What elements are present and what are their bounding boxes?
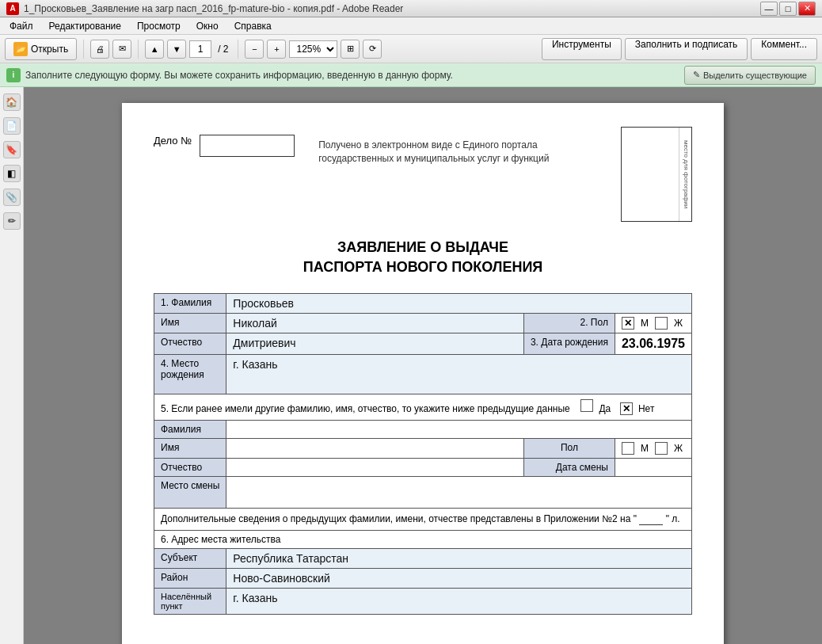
zoom-in-button[interactable]: + [267,40,286,59]
prev-otchestvo-value-cell [226,459,524,477]
close-button[interactable]: ✕ [798,2,816,16]
data-smeny-label: Дата смены [523,459,615,477]
rotate-button[interactable]: ⟳ [363,40,382,59]
prev-familiya-row: Фамилия [154,421,692,439]
data-rozhdeniya-value: 23.06.1975 [615,333,691,355]
delo-label: Дело № [154,135,192,147]
mesto-rozhdeniya-row: 4. Место рождения г. Казань [154,355,692,394]
mesto-smeny-value-cell [226,477,692,509]
toolbar-icon-print[interactable]: 🖨 [90,40,109,59]
info-text: Заполните следующую форму. Вы можете сох… [25,70,453,81]
form-table: 1. Фамилия Просковьев Имя Николай 2. Пол [154,293,692,615]
subekt-row: Субъект Республика Татарстан [154,549,692,569]
next-page-button[interactable]: ▼ [167,40,186,59]
form-title-line1: ЗАЯВЛЕНИЕ О ВЫДАЧЕ [154,238,692,257]
prev-pol-zh-label: Ж [674,443,683,454]
raion-label: Район [154,569,226,589]
highlight-button[interactable]: ✎ Выделить существующие [684,66,816,85]
pdf-viewer: Дело № Получено в электронном виде с Еди… [24,87,822,644]
info-icon: i [6,68,21,82]
prev-ima-value-cell [226,439,524,459]
prev-familiya-value-cell [226,421,692,439]
prev-pol-label: Пол [523,439,615,459]
dop-note-text: Дополнительные сведения о предыдущих фам… [161,513,637,524]
sidebar-icon-layers[interactable]: ◧ [3,165,21,182]
prev-name-note-row: 5. Если ранее имели другие фамилию, имя,… [154,394,692,421]
maximize-button[interactable]: □ [779,2,797,16]
prev-otchestvo-row: Отчество Дата смены [154,459,692,477]
otchestvo-value-cell: Дмитриевич [226,333,524,355]
dop-note-row: Дополнительные сведения о предыдущих фам… [154,509,692,531]
tools-button[interactable]: Инструменты [542,38,622,60]
fit-button[interactable]: ⊞ [341,40,360,59]
ima-label: Имя [154,314,226,333]
nas-punkt-row: Населённый пункт г. Казань [154,589,692,615]
fill-sign-button[interactable]: Заполнить и подписать [625,38,748,60]
mesto-rozhdeniya-label: 4. Место рождения [154,355,226,394]
prev-net-label: Нет [638,403,654,414]
familiya-label: 1. Фамилия [154,294,226,314]
sidebar-icon-home[interactable]: 🏠 [3,93,21,111]
familiya-row: 1. Фамилия Просковьев [154,294,692,314]
form-header: Дело № Получено в электронном виде с Еди… [154,127,692,222]
prev-name-note: 5. Если ранее имели другие фамилию, имя,… [161,403,570,414]
sidebar-icon-pages[interactable]: 📄 [3,117,21,135]
pol-zh-checkbox[interactable] [655,317,668,330]
app-icon: A [6,2,19,15]
prev-pol-m-checkbox[interactable] [622,442,634,455]
raion-value-cell: Ново-Савиновский [226,569,692,589]
mesto-smeny-row: Место смены [154,477,692,509]
prev-da-label: Да [599,403,611,414]
delo-section: Дело № Получено в электронном виде с Еди… [154,127,556,222]
menu-edit[interactable]: Редактирование [43,19,127,33]
pol-m-checkbox[interactable]: ✕ [622,317,634,330]
pdf-page: Дело № Получено в электронном виде с Еди… [122,103,724,644]
photo-box: место для фотографии [621,127,692,222]
subekt-value: Республика Татарстан [233,552,348,565]
comment-button[interactable]: Коммент... [751,38,817,60]
prev-pol-m-label: М [641,443,649,454]
pol-value-cell: ✕ М Ж [615,314,691,333]
highlight-icon: ✎ [693,70,700,80]
addr-header-row: 6. Адрес места жительства [154,531,692,549]
delo-input[interactable] [200,135,295,157]
title-bar: A 1_Просковьев_Заявление на загр пасп_20… [0,0,822,17]
page-number-input[interactable] [189,40,211,58]
toolbar: 📂 Открыть 🖨 ✉ ▲ ▼ / 2 − + 125% 100% 150%… [0,35,822,63]
addr-header-cell: 6. Адрес места жительства [154,531,692,549]
ima-value-cell: Николай [226,314,524,333]
open-folder-icon: 📂 [13,42,28,56]
toolbar-icon-email[interactable]: ✉ [112,40,131,59]
minimize-button[interactable]: — [760,2,778,16]
raion-value: Ново-Савиновский [233,572,330,585]
nas-punkt-label: Населённый пункт [154,589,226,615]
menu-window[interactable]: Окно [190,19,225,33]
sidebar-icon-attachments[interactable]: 📎 [3,189,21,206]
subekt-label: Субъект [154,549,226,569]
prev-ima-row: Имя Пол М Ж [154,439,692,459]
open-button[interactable]: 📂 Открыть [5,38,77,60]
mesto-rozhdeniya-value-cell: г. Казань [226,355,692,394]
form-title-line2: ПАСПОРТА НОВОГО ПОКОЛЕНИЯ [154,257,692,277]
prev-pol-zh-checkbox[interactable] [655,442,668,455]
prev-page-button[interactable]: ▲ [145,40,164,59]
menu-view[interactable]: Просмотр [131,19,187,33]
zoom-out-button[interactable]: − [245,40,264,59]
sidebar-icon-bookmarks[interactable]: 🔖 [3,141,21,158]
zoom-select[interactable]: 125% 100% 150% [289,40,337,58]
prev-otchestvo-label: Отчество [154,459,226,477]
sidebar-icon-signatures[interactable]: ✏ [3,212,21,230]
prev-familiya-label: Фамилия [154,421,226,439]
otchestvo-value: Дмитриевич [233,337,295,349]
page-total: / 2 [218,44,228,55]
prev-net-checkbox[interactable]: ✕ [620,402,633,415]
form-title: ЗАЯВЛЕНИЕ О ВЫДАЧЕ ПАСПОРТА НОВОГО ПОКОЛ… [154,238,692,277]
mesto-smeny-label: Место смены [154,477,226,509]
nas-punkt-value-cell: г. Казань [226,589,692,615]
window-controls[interactable]: — □ ✕ [760,2,816,16]
familiya-value: Просковьев [233,297,294,310]
menu-help[interactable]: Справка [228,19,278,33]
separator-2 [138,40,139,59]
prev-da-checkbox[interactable] [580,399,593,412]
menu-file[interactable]: Файл [3,19,40,33]
